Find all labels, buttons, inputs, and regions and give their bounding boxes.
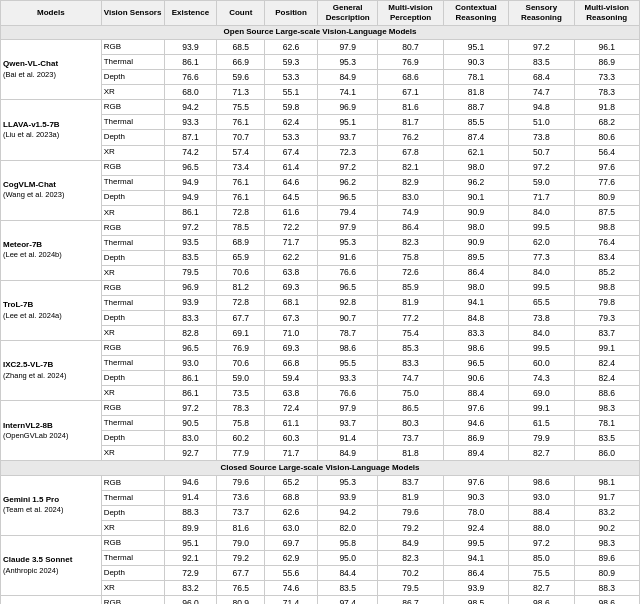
cell-mperc: 81.9 (378, 295, 443, 310)
model-name: Gemini 1.5 Pro(Team et al. 2024) (1, 475, 102, 535)
cell-pos: 53.3 (265, 70, 318, 85)
cell-count: 76.5 (217, 581, 265, 596)
sensor-type: RGB (101, 475, 164, 490)
cell-count: 80.9 (217, 596, 265, 604)
cell-sens: 88.4 (509, 505, 574, 520)
cell-gdesc: 95.3 (317, 235, 377, 250)
cell-exist: 92.1 (164, 551, 217, 566)
cell-gdesc: 93.9 (317, 490, 377, 505)
sensor-type: Thermal (101, 551, 164, 566)
cell-ctx: 99.5 (443, 536, 508, 551)
cell-mreason: 98.8 (574, 220, 639, 235)
cell-mperc: 79.5 (378, 581, 443, 596)
sensor-type: Thermal (101, 490, 164, 505)
cell-count: 57.4 (217, 145, 265, 160)
cell-exist: 86.1 (164, 55, 217, 70)
cell-gdesc: 96.5 (317, 280, 377, 295)
cell-count: 71.3 (217, 85, 265, 100)
cell-count: 73.4 (217, 160, 265, 175)
cell-ctx: 90.9 (443, 205, 508, 220)
cell-pos: 69.7 (265, 536, 318, 551)
cell-gdesc: 84.9 (317, 70, 377, 85)
cell-mreason: 98.3 (574, 401, 639, 416)
cell-exist: 83.3 (164, 311, 217, 326)
sensor-type: RGB (101, 596, 164, 604)
cell-mperc: 81.8 (378, 446, 443, 461)
model-name: TroL-7B(Lee et al. 2024a) (1, 280, 102, 340)
cell-sens: 75.5 (509, 566, 574, 581)
cell-mperc: 70.2 (378, 566, 443, 581)
cell-exist: 97.2 (164, 220, 217, 235)
cell-exist: 91.4 (164, 490, 217, 505)
cell-gdesc: 97.9 (317, 220, 377, 235)
cell-mreason: 83.4 (574, 250, 639, 265)
cell-mperc: 83.3 (378, 356, 443, 371)
cell-ctx: 94.1 (443, 295, 508, 310)
sensor-type: RGB (101, 100, 164, 115)
cell-exist: 93.0 (164, 356, 217, 371)
cell-pos: 59.4 (265, 371, 318, 386)
cell-sens: 84.0 (509, 265, 574, 280)
table-row: Qwen-VL-Chat(Bai et al. 2023)RGB93.968.5… (1, 40, 640, 55)
cell-count: 73.7 (217, 505, 265, 520)
cell-ctx: 84.8 (443, 311, 508, 326)
sensor-type: XR (101, 85, 164, 100)
cell-count: 81.6 (217, 521, 265, 536)
cell-pos: 55.6 (265, 566, 318, 581)
cell-pos: 62.6 (265, 505, 318, 520)
cell-exist: 94.9 (164, 190, 217, 205)
cell-count: 66.9 (217, 55, 265, 70)
cell-mperc: 73.7 (378, 431, 443, 446)
cell-pos: 67.4 (265, 145, 318, 160)
model-name: InternVL2-8B(OpenGVLab 2024) (1, 401, 102, 461)
cell-ctx: 98.0 (443, 280, 508, 295)
cell-mperc: 83.7 (378, 475, 443, 490)
cell-mreason: 73.3 (574, 70, 639, 85)
cell-pos: 69.3 (265, 341, 318, 356)
cell-mreason: 91.8 (574, 100, 639, 115)
cell-sens: 99.1 (509, 401, 574, 416)
table-row: TroL-7B(Lee et al. 2024a)RGB96.981.269.3… (1, 280, 640, 295)
cell-pos: 65.2 (265, 475, 318, 490)
cell-sens: 97.2 (509, 536, 574, 551)
cell-mperc: 79.6 (378, 505, 443, 520)
model-name: GPT-4o(OpenAI 2024) (1, 596, 102, 604)
cell-exist: 93.9 (164, 295, 217, 310)
cell-ctx: 98.6 (443, 341, 508, 356)
sensor-type: XR (101, 205, 164, 220)
cell-mreason: 86.9 (574, 55, 639, 70)
cell-mreason: 91.7 (574, 490, 639, 505)
cell-gdesc: 91.4 (317, 431, 377, 446)
cell-count: 60.2 (217, 431, 265, 446)
model-name: CogVLM-Chat(Wang et al. 2023) (1, 160, 102, 220)
cell-mperc: 67.1 (378, 85, 443, 100)
cell-pos: 62.2 (265, 250, 318, 265)
cell-ctx: 98.5 (443, 596, 508, 604)
cell-pos: 72.4 (265, 401, 318, 416)
cell-gdesc: 96.9 (317, 100, 377, 115)
cell-sens: 85.0 (509, 551, 574, 566)
cell-exist: 87.1 (164, 130, 217, 145)
cell-ctx: 85.5 (443, 115, 508, 130)
cell-mperc: 83.0 (378, 190, 443, 205)
cell-mreason: 76.4 (574, 235, 639, 250)
cell-exist: 93.3 (164, 115, 217, 130)
cell-mreason: 88.6 (574, 386, 639, 401)
cell-exist: 94.6 (164, 475, 217, 490)
sensor-type: Thermal (101, 115, 164, 130)
sensor-type: RGB (101, 401, 164, 416)
cell-mperc: 81.6 (378, 100, 443, 115)
cell-sens: 74.7 (509, 85, 574, 100)
cell-gdesc: 84.9 (317, 446, 377, 461)
cell-count: 77.9 (217, 446, 265, 461)
sensor-type: XR (101, 581, 164, 596)
cell-mreason: 87.5 (574, 205, 639, 220)
cell-mreason: 85.2 (574, 265, 639, 280)
cell-sens: 83.5 (509, 55, 574, 70)
sensor-type: Thermal (101, 416, 164, 431)
cell-sens: 98.6 (509, 475, 574, 490)
cell-mreason: 79.3 (574, 311, 639, 326)
cell-pos: 64.5 (265, 190, 318, 205)
cell-sens: 50.7 (509, 145, 574, 160)
cell-ctx: 86.4 (443, 566, 508, 581)
